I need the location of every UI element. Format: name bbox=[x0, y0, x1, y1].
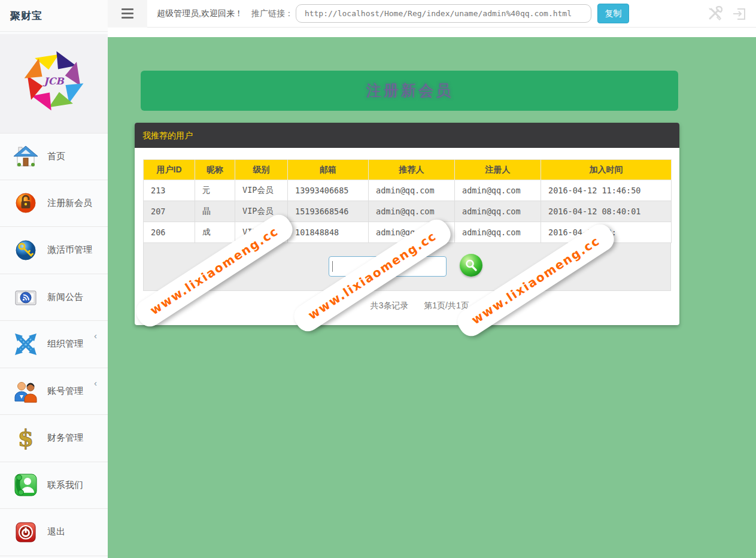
logo-block: JCB bbox=[0, 34, 108, 133]
main-content: 注册新会员 我推荐的用户 用户ID 昵称 级别 邮箱 bbox=[108, 37, 756, 558]
lock-icon bbox=[13, 190, 38, 216]
page-banner: 注册新会员 bbox=[141, 71, 678, 111]
col-level: 级别 bbox=[235, 160, 288, 180]
cell-nickname: 元 bbox=[195, 180, 235, 201]
cell-registrant: admin@qq.com bbox=[455, 180, 541, 201]
sidebar-item-news[interactable]: 新闻公告 bbox=[0, 274, 108, 322]
cell-user-id: 206 bbox=[144, 222, 195, 243]
cell-nickname: 成 bbox=[195, 222, 235, 243]
cell-registrant: admin@qq.com bbox=[455, 201, 541, 222]
sidebar: 聚财宝 JCB bbox=[0, 0, 108, 558]
svg-text:$: $ bbox=[18, 426, 34, 451]
cell-referrer: admin@qq.com bbox=[369, 180, 455, 201]
sidebar-item-label: 财务管理 bbox=[47, 432, 83, 444]
sidebar-item-org[interactable]: 组织管理 ‹ bbox=[0, 321, 108, 368]
col-nickname: 昵称 bbox=[195, 160, 235, 180]
records-summary: 共3条记录 bbox=[371, 301, 409, 310]
sidebar-item-logout[interactable]: 退出 bbox=[0, 509, 108, 556]
cell-user-id: 213 bbox=[144, 180, 195, 201]
logout-exit-icon[interactable] bbox=[732, 7, 746, 21]
sidebar-menu: 首页 注册新会员 激活币管理 bbox=[0, 133, 108, 558]
cell-user-id: 207 bbox=[144, 201, 195, 222]
cell-join-time: 2016-04-12 11:46:50 bbox=[541, 180, 672, 201]
app-title: 聚财宝 bbox=[10, 9, 42, 23]
cell-email: 13993406685 bbox=[288, 180, 369, 201]
app-window: 聚财宝 JCB bbox=[0, 0, 756, 558]
sidebar-item-register[interactable]: 注册新会员 bbox=[0, 180, 108, 228]
search-button[interactable] bbox=[460, 254, 482, 277]
chevron-left-icon[interactable]: ‹ bbox=[94, 330, 97, 341]
promo-link-label: 推广链接： bbox=[251, 8, 293, 19]
sidebar-item-label: 注册新会员 bbox=[47, 198, 92, 209]
sidebar-item-label: 账号管理 bbox=[47, 386, 83, 397]
text-cursor bbox=[332, 261, 333, 272]
page-summary: 第1页/共1页 bbox=[424, 301, 469, 310]
power-icon bbox=[13, 520, 38, 545]
cell-registrant: admin@qq.com bbox=[455, 222, 541, 243]
key-icon bbox=[13, 238, 38, 263]
org-arrows-icon bbox=[13, 332, 38, 357]
sidebar-item-label: 新闻公告 bbox=[47, 292, 83, 303]
home-icon bbox=[13, 144, 38, 169]
col-registrant: 注册人 bbox=[455, 160, 541, 180]
cell-referrer: admin@qq.com bbox=[369, 201, 455, 222]
table-row: 207 晶 VIP会员 15193668546 admin@qq.com adm… bbox=[144, 201, 672, 222]
contact-phone-icon bbox=[13, 472, 38, 498]
jcb-pinwheel-logo: JCB bbox=[19, 45, 89, 117]
sidebar-item-contact[interactable]: 联系我们 bbox=[0, 462, 108, 510]
sidebar-item-label: 激活币管理 bbox=[47, 244, 92, 256]
copy-button[interactable]: 复制 bbox=[597, 4, 629, 23]
panel-title: 我推荐的用户 bbox=[135, 123, 679, 148]
cell-email: 15193668546 bbox=[288, 201, 369, 222]
welcome-text: 超级管理员,欢迎回来！ bbox=[157, 8, 243, 19]
menu-toggle-button[interactable] bbox=[108, 0, 147, 28]
sidebar-item-label: 组织管理 bbox=[47, 338, 83, 350]
table-header-row: 用户ID 昵称 级别 邮箱 推荐人 注册人 加入时间 bbox=[144, 160, 672, 180]
svg-text:JCB: JCB bbox=[42, 75, 65, 87]
topbar: 超级管理员,欢迎回来！ 推广链接： 复制 bbox=[108, 0, 756, 28]
tools-icon[interactable] bbox=[707, 6, 722, 22]
table-row: 213 元 VIP会员 13993406685 admin@qq.com adm… bbox=[144, 180, 672, 201]
cell-level: VIP会员 bbox=[235, 180, 288, 201]
col-referrer: 推荐人 bbox=[369, 160, 455, 180]
cell-join-time: 2016-04-12 08:40:01 bbox=[541, 201, 672, 222]
col-join-time: 加入时间 bbox=[541, 160, 672, 180]
cell-nickname: 晶 bbox=[195, 201, 235, 222]
chevron-left-icon[interactable]: ‹ bbox=[94, 378, 97, 388]
sidebar-item-label: 首页 bbox=[47, 151, 65, 162]
content-top-strip bbox=[108, 28, 756, 37]
topbar-icons bbox=[707, 0, 746, 28]
cell-email: 101848848 bbox=[288, 222, 369, 243]
brand-header: 聚财宝 bbox=[0, 0, 108, 32]
sidebar-item-coin[interactable]: 激活币管理 bbox=[0, 227, 108, 274]
sidebar-item-finance[interactable]: $ 财务管理 bbox=[0, 415, 108, 462]
news-icon bbox=[13, 284, 38, 310]
promo-url-input[interactable] bbox=[296, 4, 591, 23]
col-user-id: 用户ID bbox=[144, 160, 195, 180]
sidebar-item-label: 退出 bbox=[47, 526, 65, 538]
magnifier-icon bbox=[464, 258, 478, 272]
page-title: 注册新会员 bbox=[366, 80, 453, 101]
sidebar-item-home[interactable]: 首页 bbox=[0, 133, 108, 180]
users-icon bbox=[13, 378, 38, 404]
sidebar-item-account[interactable]: 账号管理 ‹ bbox=[0, 368, 108, 416]
pagination: · 共3条记录 第1页/共1页 bbox=[143, 301, 671, 311]
col-email: 邮箱 bbox=[288, 160, 369, 180]
dollar-icon: $ bbox=[13, 426, 38, 451]
sidebar-item-label: 联系我们 bbox=[47, 480, 83, 491]
